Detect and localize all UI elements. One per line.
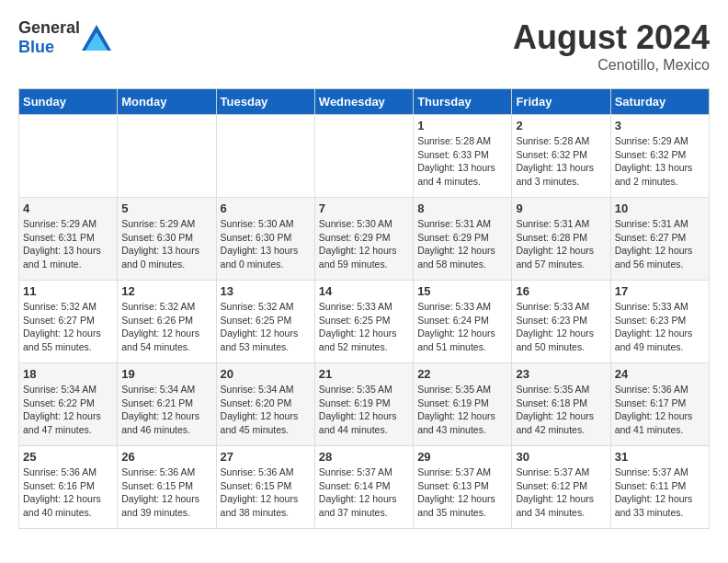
calendar-cell: 26Sunrise: 5:36 AM Sunset: 6:15 PM Dayli… [118,446,216,529]
logo-text: General Blue [18,18,80,57]
day-number: 10 [615,201,705,215]
day-number: 20 [221,367,311,381]
calendar-cell: 27Sunrise: 5:36 AM Sunset: 6:15 PM Dayli… [216,446,314,529]
day-number: 15 [417,284,507,298]
day-info: Sunrise: 5:34 AM Sunset: 6:20 PM Dayligh… [221,383,311,437]
day-info: Sunrise: 5:36 AM Sunset: 6:15 PM Dayligh… [121,465,211,520]
day-info: Sunrise: 5:30 AM Sunset: 6:29 PM Dayligh… [319,217,409,271]
title-block: August 2024 Cenotillo, Mexico [513,18,710,74]
logo-general: General [18,18,80,37]
header-saturday: Saturday [610,89,709,115]
location: Cenotillo, Mexico [513,57,710,74]
calendar-week-row: 1Sunrise: 5:28 AM Sunset: 6:33 PM Daylig… [19,115,710,198]
day-info: Sunrise: 5:34 AM Sunset: 6:21 PM Dayligh… [121,383,211,437]
day-info: Sunrise: 5:30 AM Sunset: 6:30 PM Dayligh… [221,217,311,271]
calendar-cell: 19Sunrise: 5:34 AM Sunset: 6:21 PM Dayli… [118,363,216,446]
calendar-cell: 30Sunrise: 5:37 AM Sunset: 6:12 PM Dayli… [512,446,610,529]
day-number: 1 [417,119,507,132]
day-info: Sunrise: 5:29 AM Sunset: 6:32 PM Dayligh… [615,134,705,189]
day-info: Sunrise: 5:29 AM Sunset: 6:31 PM Dayligh… [23,217,113,271]
header-tuesday: Tuesday [216,89,314,115]
calendar-cell: 11Sunrise: 5:32 AM Sunset: 6:27 PM Dayli… [19,281,118,363]
calendar-week-row: 11Sunrise: 5:32 AM Sunset: 6:27 PM Dayli… [19,281,710,363]
day-number: 3 [615,119,705,132]
day-info: Sunrise: 5:35 AM Sunset: 6:19 PM Dayligh… [319,383,409,437]
day-info: Sunrise: 5:28 AM Sunset: 6:33 PM Dayligh… [417,134,507,189]
day-info: Sunrise: 5:31 AM Sunset: 6:28 PM Dayligh… [516,217,606,271]
day-info: Sunrise: 5:31 AM Sunset: 6:29 PM Dayligh… [417,217,507,271]
day-number: 17 [615,284,705,298]
day-info: Sunrise: 5:36 AM Sunset: 6:16 PM Dayligh… [23,465,113,520]
logo-icon [82,25,111,51]
day-info: Sunrise: 5:33 AM Sunset: 6:25 PM Dayligh… [319,300,409,354]
day-info: Sunrise: 5:33 AM Sunset: 6:23 PM Dayligh… [615,300,705,354]
day-info: Sunrise: 5:37 AM Sunset: 6:12 PM Dayligh… [516,465,606,520]
calendar-cell: 12Sunrise: 5:32 AM Sunset: 6:26 PM Dayli… [118,281,216,363]
day-number: 29 [417,450,507,464]
calendar-cell: 21Sunrise: 5:35 AM Sunset: 6:19 PM Dayli… [314,363,413,446]
calendar-week-row: 25Sunrise: 5:36 AM Sunset: 6:16 PM Dayli… [19,446,710,529]
day-number: 7 [319,201,409,215]
header-monday: Monday [118,89,216,115]
calendar-cell: 16Sunrise: 5:33 AM Sunset: 6:23 PM Dayli… [512,281,610,363]
day-number: 24 [615,367,705,381]
calendar-cell: 24Sunrise: 5:36 AM Sunset: 6:17 PM Dayli… [610,363,709,446]
day-info: Sunrise: 5:35 AM Sunset: 6:19 PM Dayligh… [417,383,507,437]
month-year: August 2024 [513,18,710,57]
day-info: Sunrise: 5:35 AM Sunset: 6:18 PM Dayligh… [516,383,606,437]
logo: General Blue [18,18,111,57]
calendar-cell [216,115,314,198]
page-header: General Blue August 2024 Cenotillo, Mexi… [18,18,710,74]
calendar-cell [118,115,216,198]
day-info: Sunrise: 5:31 AM Sunset: 6:27 PM Dayligh… [615,217,705,271]
calendar-cell: 31Sunrise: 5:37 AM Sunset: 6:11 PM Dayli… [610,446,709,529]
day-number: 22 [417,367,507,381]
day-number: 14 [319,284,409,298]
calendar-cell: 25Sunrise: 5:36 AM Sunset: 6:16 PM Dayli… [19,446,118,529]
calendar-cell: 15Sunrise: 5:33 AM Sunset: 6:24 PM Dayli… [414,281,512,363]
day-number: 4 [23,201,113,215]
header-sunday: Sunday [19,89,118,115]
day-number: 21 [319,367,409,381]
calendar-cell: 4Sunrise: 5:29 AM Sunset: 6:31 PM Daylig… [19,198,118,281]
day-number: 26 [121,450,211,464]
calendar-cell: 10Sunrise: 5:31 AM Sunset: 6:27 PM Dayli… [610,198,709,281]
day-number: 9 [516,201,606,215]
calendar-cell: 18Sunrise: 5:34 AM Sunset: 6:22 PM Dayli… [19,363,118,446]
day-number: 18 [23,367,113,381]
calendar-table: SundayMondayTuesdayWednesdayThursdayFrid… [18,88,710,529]
day-number: 12 [121,284,211,298]
header-friday: Friday [512,89,610,115]
day-info: Sunrise: 5:37 AM Sunset: 6:11 PM Dayligh… [615,465,705,520]
day-number: 25 [23,450,113,464]
calendar-cell: 5Sunrise: 5:29 AM Sunset: 6:30 PM Daylig… [118,198,216,281]
day-info: Sunrise: 5:37 AM Sunset: 6:13 PM Dayligh… [417,465,507,520]
calendar-cell: 28Sunrise: 5:37 AM Sunset: 6:14 PM Dayli… [314,446,413,529]
day-info: Sunrise: 5:36 AM Sunset: 6:17 PM Dayligh… [615,383,705,437]
day-info: Sunrise: 5:34 AM Sunset: 6:22 PM Dayligh… [23,383,113,437]
header-thursday: Thursday [414,89,512,115]
day-info: Sunrise: 5:32 AM Sunset: 6:26 PM Dayligh… [121,300,211,354]
calendar-cell [314,115,413,198]
calendar-cell: 1Sunrise: 5:28 AM Sunset: 6:33 PM Daylig… [414,115,512,198]
calendar-week-row: 4Sunrise: 5:29 AM Sunset: 6:31 PM Daylig… [19,198,710,281]
calendar-cell: 17Sunrise: 5:33 AM Sunset: 6:23 PM Dayli… [610,281,709,363]
day-number: 13 [221,284,311,298]
calendar-cell: 13Sunrise: 5:32 AM Sunset: 6:25 PM Dayli… [216,281,314,363]
calendar-cell: 8Sunrise: 5:31 AM Sunset: 6:29 PM Daylig… [414,198,512,281]
logo-blue: Blue [18,38,54,56]
day-number: 5 [121,201,211,215]
day-number: 27 [221,450,311,464]
day-info: Sunrise: 5:37 AM Sunset: 6:14 PM Dayligh… [319,465,409,520]
day-number: 19 [121,367,211,381]
day-number: 23 [516,367,606,381]
day-number: 30 [516,450,606,464]
calendar-cell: 6Sunrise: 5:30 AM Sunset: 6:30 PM Daylig… [216,198,314,281]
day-number: 28 [319,450,409,464]
day-info: Sunrise: 5:33 AM Sunset: 6:23 PM Dayligh… [516,300,606,354]
calendar-cell: 23Sunrise: 5:35 AM Sunset: 6:18 PM Dayli… [512,363,610,446]
day-number: 2 [516,119,606,132]
day-number: 11 [23,284,113,298]
day-number: 31 [615,450,705,464]
day-info: Sunrise: 5:36 AM Sunset: 6:15 PM Dayligh… [221,465,311,520]
